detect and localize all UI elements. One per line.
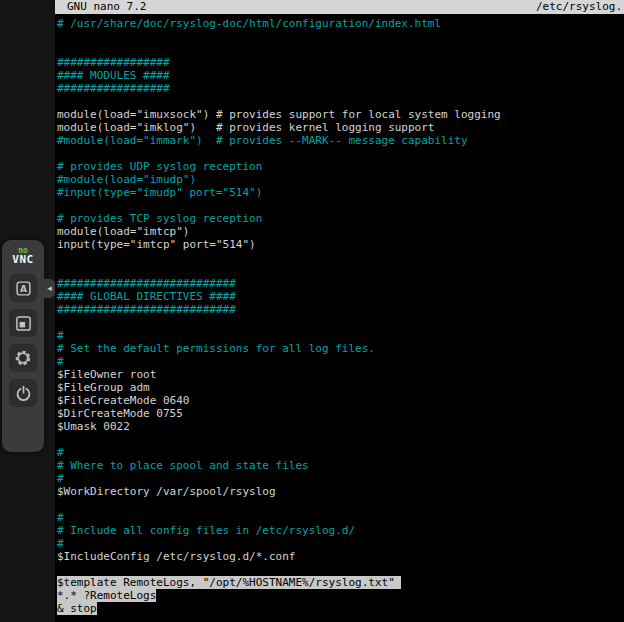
editor-line[interactable] xyxy=(57,199,624,212)
novnc-logo-vnc: VNC xyxy=(12,254,33,265)
editor-line[interactable]: #### GLOBAL DIRECTIVES #### xyxy=(57,290,624,303)
editor-line[interactable]: # xyxy=(57,511,624,524)
terminal-window[interactable]: GNU nano 7.2 /etc/rsyslog. # /usr/share/… xyxy=(55,0,624,622)
editor-line[interactable]: # provides UDP syslog reception xyxy=(57,160,624,173)
editor-line[interactable] xyxy=(57,147,624,160)
editor-content[interactable]: # /usr/share/doc/rsyslog-doc/html/config… xyxy=(55,14,624,615)
novnc-logo: no VNC xyxy=(12,247,33,265)
editor-line[interactable]: #module(load="imudp") xyxy=(57,173,624,186)
editor-line[interactable]: $Umask 0022 xyxy=(57,420,624,433)
nano-filename-label: /etc/rsyslog. xyxy=(536,0,622,14)
fullscreen-icon xyxy=(15,315,32,332)
nano-version-label: GNU nano 7.2 xyxy=(67,0,146,14)
editor-line[interactable]: & stop xyxy=(57,602,624,615)
editor-line[interactable]: # Set the default permissions for all lo… xyxy=(57,342,624,355)
control-bar-collapse-handle[interactable]: ◂ xyxy=(44,279,55,298)
editor-line[interactable]: # xyxy=(57,446,624,459)
editor-line[interactable]: ########################### xyxy=(57,303,624,316)
clipboard-button[interactable]: A xyxy=(9,274,37,302)
editor-line[interactable] xyxy=(57,498,624,511)
gear-icon xyxy=(14,349,32,367)
novnc-control-bar: no VNC A xyxy=(2,240,44,452)
editor-line[interactable]: # xyxy=(57,355,624,368)
chevron-left-icon: ◂ xyxy=(47,283,52,293)
editor-line[interactable]: $FileGroup adm xyxy=(57,381,624,394)
editor-line[interactable] xyxy=(57,563,624,576)
editor-line[interactable]: module(load="imklog") # provides kernel … xyxy=(57,121,624,134)
editor-line[interactable]: #module(load="immark") # provides --MARK… xyxy=(57,134,624,147)
editor-line[interactable]: $WorkDirectory /var/spool/rsyslog xyxy=(57,485,624,498)
editor-line[interactable]: $IncludeConfig /etc/rsyslog.d/*.conf xyxy=(57,550,624,563)
editor-line[interactable]: # xyxy=(57,329,624,342)
editor-line[interactable]: #input(type="imudp" port="514") xyxy=(57,186,624,199)
editor-line[interactable]: *.* ?RemoteLogs xyxy=(57,589,624,602)
editor-line[interactable] xyxy=(57,251,624,264)
editor-line[interactable] xyxy=(57,30,624,43)
editor-line[interactable] xyxy=(57,43,624,56)
editor-line[interactable]: ################# xyxy=(57,56,624,69)
editor-line[interactable]: $FileCreateMode 0640 xyxy=(57,394,624,407)
editor-line[interactable]: # xyxy=(57,537,624,550)
nano-titlebar: GNU nano 7.2 /etc/rsyslog. xyxy=(55,0,624,14)
editor-line[interactable]: # Where to place spool and state files xyxy=(57,459,624,472)
editor-line[interactable]: module(load="imuxsock") # provides suppo… xyxy=(57,108,624,121)
editor-line[interactable]: # /usr/share/doc/rsyslog-doc/html/config… xyxy=(57,17,624,30)
editor-line[interactable]: ########################### xyxy=(57,277,624,290)
editor-line[interactable]: $FileOwner root xyxy=(57,368,624,381)
power-icon xyxy=(15,385,32,402)
editor-line[interactable] xyxy=(57,433,624,446)
editor-line[interactable]: #### MODULES #### xyxy=(57,69,624,82)
editor-line[interactable]: # xyxy=(57,472,624,485)
editor-line[interactable] xyxy=(57,264,624,277)
selected-text[interactable]: *.* ?RemoteLogs xyxy=(57,589,156,602)
settings-button[interactable] xyxy=(9,344,37,372)
editor-line[interactable] xyxy=(57,95,624,108)
editor-line[interactable]: input(type="imtcp" port="514") xyxy=(57,238,624,251)
editor-line[interactable] xyxy=(57,316,624,329)
editor-line[interactable]: # provides TCP syslog reception xyxy=(57,212,624,225)
editor-line[interactable]: module(load="imtcp") xyxy=(57,225,624,238)
editor-line[interactable]: $template RemoteLogs, "/opt/%HOSTNAME%/r… xyxy=(57,576,624,589)
screen: no VNC A xyxy=(0,0,624,622)
editor-line[interactable]: # Include all config files in /etc/rsysl… xyxy=(57,524,624,537)
disconnect-button[interactable] xyxy=(9,379,37,407)
editor-line[interactable]: $DirCreateMode 0755 xyxy=(57,407,624,420)
fullscreen-button[interactable] xyxy=(9,309,37,337)
selected-text[interactable]: & stop xyxy=(57,602,97,615)
clipboard-a-icon: A xyxy=(15,280,32,297)
selected-text[interactable]: $template RemoteLogs, "/opt/%HOSTNAME%/r… xyxy=(57,576,401,589)
svg-text:A: A xyxy=(20,284,27,294)
editor-line[interactable]: ################# xyxy=(57,82,624,95)
